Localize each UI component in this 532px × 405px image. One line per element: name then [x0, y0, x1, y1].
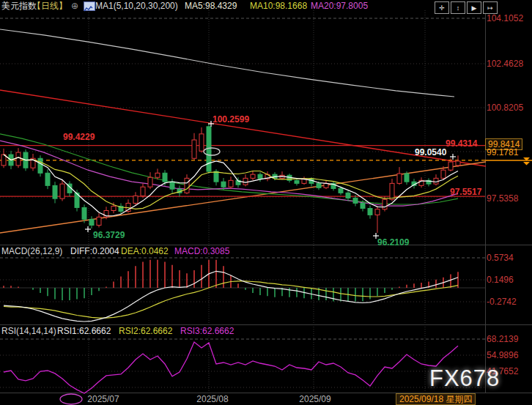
rsi1-value: RSI1:62.6662 [57, 326, 111, 336]
macd-title[interactable]: MACD(26,12,9) [1, 246, 62, 256]
shift-right-icon[interactable]: ↦ [483, 1, 498, 14]
rsi-axis-label: 54.9896 [487, 350, 518, 360]
axis-scale-icon[interactable]: ↕ [451, 1, 465, 14]
play-forward-icon[interactable]: ▶ [467, 1, 481, 14]
y-axis-label: 104.1052 [487, 13, 523, 23]
watermark: FX678 [429, 365, 500, 392]
mini-chart-icon[interactable] [84, 1, 95, 11]
macd-diff-value: DIFF:0.2004 [70, 246, 119, 256]
rsi3-value: RSI3:62.6662 [180, 326, 234, 336]
expand-icon[interactable]: ⊕ [71, 1, 78, 11]
label-99-4314: 99.4314 [446, 138, 477, 149]
macd-dea-value: DEA:0.0462 [121, 246, 169, 256]
pan-icon[interactable]: ✛ [435, 1, 449, 14]
ma5-value: MA5:98.4329 [185, 1, 237, 11]
y-axis-label: 100.8205 [487, 103, 523, 113]
rsi2-value: RSI2:62.6662 [119, 326, 172, 336]
label-99-4229: 99.4229 [63, 132, 95, 142]
x-axis-tick: 2025/07 [78, 394, 129, 404]
rsi-title[interactable]: RSI(14,14,14) [1, 326, 56, 336]
chart-window: 美元指数 【日线】 ⊕ MA1(5,10,20,30,200) MA5:98.4… [0, 0, 532, 405]
current-price-label: 99.1781 [487, 147, 518, 157]
label-99-0540: 99.0540 [415, 147, 446, 157]
macd-axis-label: 0.5734 [487, 253, 514, 263]
candlestick-chart-canvas[interactable] [0, 0, 532, 405]
y-axis-label: 97.5358 [487, 193, 518, 204]
macd-axis-label: 0.1496 [487, 275, 514, 285]
x-axis-tick: 2025/08 [187, 394, 238, 404]
label-96-3729: 96.3729 [93, 230, 125, 240]
label-100-2599: 100.2599 [213, 114, 249, 125]
macd-axis-label: -0.2742 [487, 297, 517, 307]
rsi-axis-label: 68.2139 [487, 334, 518, 344]
macd-value: MACD:0.3085 [174, 246, 229, 256]
ma-settings-label[interactable]: MA1(5,10,20,30,200) [95, 1, 178, 11]
x-axis-tick: 2025/09 [289, 394, 341, 404]
period-label[interactable]: 【日线】 [32, 1, 67, 11]
current-date-label: 2025/09/18 星期四 [396, 393, 476, 405]
symbol-title: 美元指数 [1, 1, 37, 11]
label-96-2109: 96.2109 [377, 237, 409, 248]
label-97-5517: 97.5517 [450, 187, 481, 197]
y-axis-label: 102.4628 [487, 59, 523, 69]
ma10-value: MA10:98.1668 [250, 1, 307, 11]
ma20-value: MA20:97.8005 [311, 1, 368, 11]
